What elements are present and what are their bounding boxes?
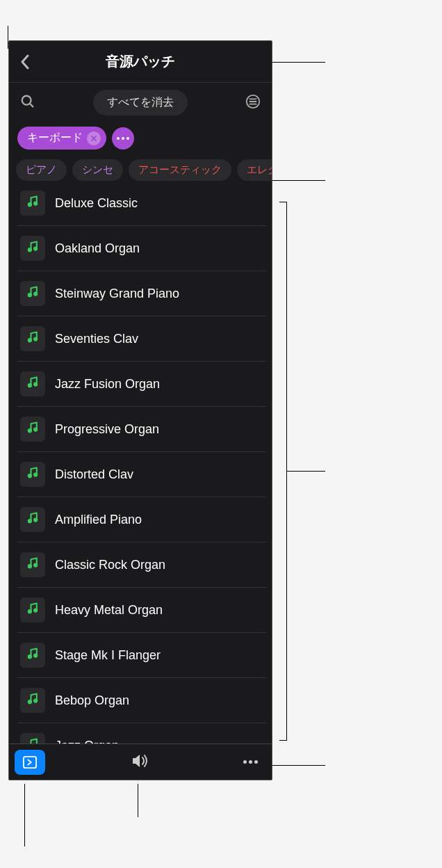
list-item[interactable]: Steinway Grand Piano — [17, 271, 266, 316]
close-icon — [90, 135, 97, 142]
category-label: ピアノ — [26, 163, 57, 175]
more-options-button[interactable] — [235, 756, 266, 768]
category-row: ピアノシンセアコースティックエレクトリック — [9, 159, 272, 191]
list-item[interactable]: Heavy Metal Organ — [17, 588, 266, 633]
patch-icon-container — [20, 643, 45, 668]
patch-icon-container — [20, 462, 45, 487]
preview-sound-button[interactable] — [127, 749, 154, 775]
patch-name: Bebop Organ — [55, 693, 129, 708]
patch-icon-container — [20, 371, 45, 396]
svg-line-1 — [30, 103, 33, 106]
filter-chip-remove[interactable] — [87, 131, 101, 145]
category-label: シンセ — [82, 163, 113, 175]
patch-name: Heavy Metal Organ — [55, 603, 163, 618]
list-item[interactable]: Oakland Organ — [17, 226, 266, 271]
list-item[interactable]: Deluxe Classic — [17, 191, 266, 226]
list-icon — [245, 94, 261, 109]
svg-point-20 — [28, 474, 31, 477]
patch-name: Amplified Piano — [55, 513, 142, 527]
music-note-icon — [26, 556, 40, 573]
svg-point-15 — [34, 337, 37, 340]
svg-point-31 — [34, 699, 37, 702]
list-item[interactable]: Classic Rock Organ — [17, 542, 266, 588]
category-pill[interactable]: アコースティック — [129, 159, 231, 181]
active-filter-row: キーボード — [9, 124, 272, 159]
filter-chip-label: キーボード — [27, 131, 83, 145]
patch-name: Progressive Organ — [55, 422, 159, 437]
svg-point-26 — [28, 610, 31, 613]
music-note-icon — [26, 466, 40, 483]
svg-point-11 — [34, 247, 37, 250]
list-item[interactable]: Amplified Piano — [17, 497, 266, 542]
svg-point-16 — [28, 384, 31, 387]
patch-name: Oakland Organ — [55, 241, 140, 256]
svg-point-13 — [34, 292, 37, 295]
category-pill[interactable]: エレクトリック — [237, 159, 272, 181]
patch-icon-container — [20, 191, 45, 216]
list-item[interactable]: Jazz Fusion Organ — [17, 362, 266, 407]
back-button[interactable] — [15, 49, 35, 75]
list-toggle-button[interactable] — [243, 91, 263, 115]
svg-point-8 — [28, 203, 31, 206]
patch-icon-container — [20, 236, 45, 261]
patch-icon-container — [20, 552, 45, 577]
search-button[interactable] — [17, 91, 38, 115]
app-panel: 音源パッチ すべてを消去 キーボード — [8, 40, 272, 780]
search-icon — [20, 94, 35, 109]
toolbar: すべてを消去 — [9, 83, 272, 124]
patch-icon-container — [20, 688, 45, 713]
list-item[interactable]: Jazz Organ — [17, 723, 266, 744]
svg-rect-38 — [24, 756, 36, 767]
svg-point-24 — [28, 565, 31, 568]
speaker-icon — [131, 753, 149, 769]
patch-icon-container — [20, 507, 45, 532]
patch-name: Steinway Grand Piano — [55, 287, 179, 301]
svg-point-10 — [28, 248, 31, 251]
svg-point-28 — [28, 655, 31, 658]
patch-icon-container — [20, 326, 45, 351]
music-note-icon — [26, 376, 40, 392]
svg-point-21 — [34, 473, 37, 476]
more-icon — [243, 760, 258, 764]
patch-icon-container — [20, 597, 45, 622]
patch-list[interactable]: Deluxe ClassicOakland OrganSteinway Gran… — [9, 191, 272, 744]
list-item[interactable]: Seventies Clav — [17, 316, 266, 362]
patch-name: Classic Rock Organ — [55, 558, 165, 572]
patch-name: Seventies Clav — [55, 332, 138, 346]
list-item[interactable]: Bebop Organ — [17, 678, 266, 723]
category-label: アコースティック — [138, 163, 222, 175]
chevron-left-icon — [20, 54, 30, 70]
filter-chip-keyboard[interactable]: キーボード — [17, 127, 106, 150]
list-item[interactable]: Stage Mk I Flanger — [17, 633, 266, 678]
music-note-icon — [26, 421, 40, 437]
category-label: エレクトリック — [247, 163, 272, 175]
clear-all-button[interactable]: すべてを消去 — [93, 90, 188, 115]
patch-name: Stage Mk I Flanger — [55, 648, 161, 663]
category-pill[interactable]: シンセ — [72, 159, 123, 181]
download-button[interactable] — [15, 750, 45, 775]
patch-icon-container — [20, 733, 45, 744]
svg-point-9 — [34, 202, 37, 204]
svg-point-23 — [34, 518, 37, 521]
header-bar: 音源パッチ — [9, 41, 272, 83]
list-item[interactable]: Progressive Organ — [17, 407, 266, 452]
category-pill[interactable]: ピアノ — [16, 159, 67, 181]
patch-name: Jazz Fusion Organ — [55, 377, 160, 392]
music-note-icon — [26, 285, 40, 302]
music-note-icon — [26, 511, 40, 528]
music-note-icon — [26, 195, 40, 211]
patch-icon-container — [20, 281, 45, 306]
svg-point-29 — [34, 654, 37, 657]
music-note-icon — [26, 737, 40, 744]
music-note-icon — [26, 602, 40, 618]
svg-point-14 — [28, 339, 31, 341]
filter-more-button[interactable] — [112, 127, 134, 150]
svg-point-22 — [28, 520, 31, 522]
svg-point-30 — [28, 700, 31, 703]
page-title: 音源パッチ — [106, 52, 175, 71]
music-note-icon — [26, 330, 40, 347]
music-note-icon — [26, 647, 40, 664]
patch-name: Distorted Clav — [55, 467, 133, 482]
list-item[interactable]: Distorted Clav — [17, 452, 266, 497]
download-icon — [22, 755, 38, 769]
